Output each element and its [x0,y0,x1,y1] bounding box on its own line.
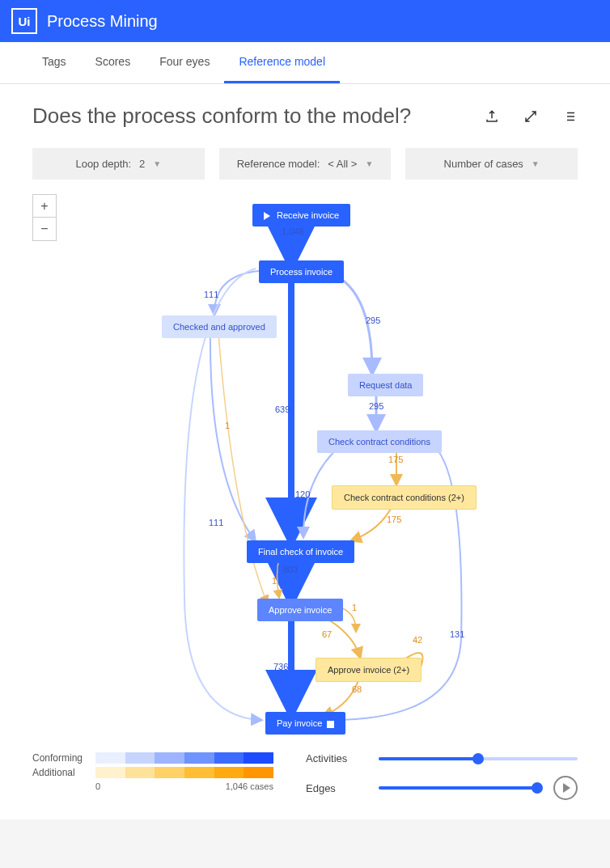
tab-tags[interactable]: Tags [28,42,81,83]
chevron-down-icon: ▼ [365,159,373,168]
legend: Conforming Additional 0 1,046 cases Acti… [32,752,578,800]
chevron-down-icon: ▼ [532,159,540,168]
node-process-invoice[interactable]: Process invoice [259,260,344,283]
expand-icon[interactable] [523,108,539,125]
stop-icon [327,721,334,728]
chevron-down-icon: ▼ [153,159,161,168]
node-check-contract-2[interactable]: Check contract conditions (2+) [332,485,477,510]
edge-label: 295 [369,401,383,411]
play-icon [264,212,270,220]
edge-label: 1 [352,603,357,612]
slider-activities-label: Activities [306,752,362,764]
main-content: Does the process conform to the model? L… [0,84,610,819]
legend-scale-min: 0 [95,781,100,791]
edge-label: 120 [295,489,310,499]
tabs: Tags Scores Four eyes Reference model [0,42,610,84]
legend-conforming-gradient [95,752,273,764]
legend-conforming-label: Conforming [32,752,89,764]
page-title: Does the process conform to the model? [32,104,411,129]
edge-label: 803 [283,565,298,574]
legend-additional-gradient [95,767,273,778]
edge-label: 736 [273,662,288,671]
filter-number-of-cases[interactable]: Number of cases ▼ [405,148,578,180]
filter-loop-depth[interactable]: Loop depth: 2 ▼ [32,148,205,180]
legend-additional-label: Additional [32,767,89,778]
edge-label: 42 [413,635,422,645]
edge-label: 175 [387,514,401,524]
slider-activities[interactable] [379,757,578,760]
node-pay-invoice[interactable]: Pay invoice [265,712,345,735]
list-icon[interactable] [561,108,578,125]
node-request-data[interactable]: Request data [348,374,423,396]
edge-label: 111 [204,290,218,299]
tab-reference-model[interactable]: Reference model [224,42,340,83]
node-checked-approved[interactable]: Checked and approved [162,315,277,338]
edge-label: 295 [366,315,380,325]
node-check-contract[interactable]: Check contract conditions [317,430,442,453]
node-receive-invoice[interactable]: Receive invoice [252,204,350,227]
export-icon[interactable] [484,108,500,125]
node-final-check[interactable]: Final check of invoice [247,540,354,563]
logo-icon: Ui [11,8,37,34]
slider-edges[interactable] [379,786,537,790]
node-approve-invoice-2[interactable]: Approve invoice (2+) [316,658,421,682]
filter-reference-model[interactable]: Reference model: < All > ▼ [219,148,392,180]
edge-label: 1,046 [282,227,304,236]
tab-four-eyes[interactable]: Four eyes [145,42,224,83]
edge-label: 131 [450,629,464,639]
edge-label: 1 [225,421,230,430]
edge-label: 175 [388,455,403,464]
edge-label: 67 [322,629,332,639]
edge-label: 111 [209,518,223,527]
tab-scores[interactable]: Scores [81,42,146,83]
play-button[interactable] [553,776,578,800]
edge-label: 1 [272,576,277,586]
node-approve-invoice[interactable]: Approve invoice [257,599,343,621]
app-header: Ui Process Mining [0,0,610,42]
app-title: Process Mining [47,12,158,31]
slider-edges-label: Edges [306,782,362,794]
edge-label: 639 [275,404,290,414]
edge-label: 68 [352,684,362,694]
